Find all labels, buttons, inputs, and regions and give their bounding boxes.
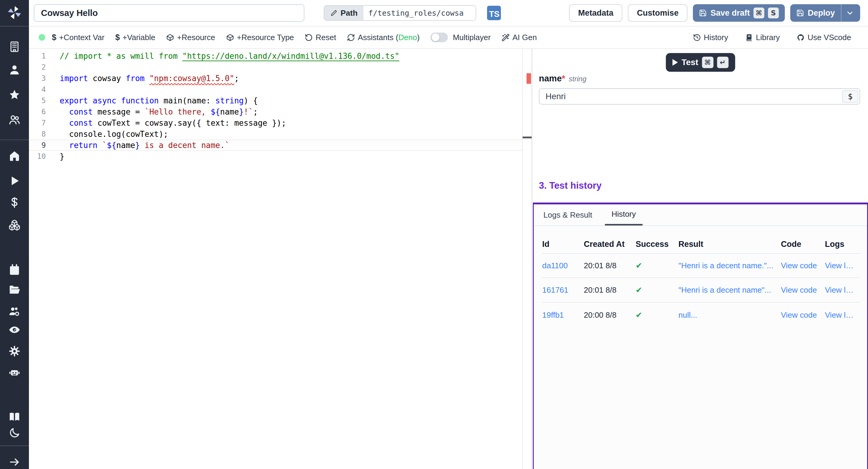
path-button[interactable]: Path <box>324 6 364 20</box>
variable-picker-button[interactable]: $ <box>842 90 858 103</box>
code-line[interactable]: 7 const cowText = cowsay.say({ text: mes… <box>29 117 522 128</box>
view-code-link[interactable]: View code <box>781 261 825 270</box>
success-check-icon: ✔ <box>636 261 678 270</box>
col-logs: Logs <box>825 240 860 249</box>
sidebar-item-home[interactable] <box>8 150 21 162</box>
folder-open-icon <box>8 284 21 296</box>
sidebar-item-audit[interactable] <box>8 324 21 336</box>
created-at-value: 20:01 8/8 <box>584 261 636 270</box>
test-label: Test <box>681 58 698 67</box>
sidebar-item-user[interactable] <box>8 64 21 76</box>
deploy-button[interactable]: Deploy <box>790 4 860 22</box>
history-table-header: Id Created At Success Result Code Logs <box>542 235 860 253</box>
sidebar-item-theme[interactable] <box>8 427 21 439</box>
refresh-icon <box>347 33 355 41</box>
code-line[interactable]: 8 console.log(cowText); <box>29 128 522 139</box>
argument-value-input[interactable] <box>539 88 860 104</box>
code-line[interactable]: 9 return `${name} is a decent name.` <box>29 139 522 151</box>
multiplayer-toggle[interactable] <box>430 33 448 42</box>
code-editor[interactable]: 1// import * as wmill from "https://deno… <box>29 49 532 469</box>
sidebar-item-runs[interactable] <box>8 175 21 187</box>
editor-overview-ruler[interactable] <box>522 49 532 469</box>
view-logs-link[interactable]: View logs <box>825 261 860 270</box>
code-line[interactable]: 1// import * as wmill from "https://deno… <box>29 50 522 61</box>
reset-button[interactable]: Reset <box>305 33 336 42</box>
code-line[interactable]: 10} <box>29 151 522 162</box>
tab-history[interactable]: History <box>605 205 643 225</box>
test-history-panel: Logs & Result History Id Created At Succ… <box>533 202 868 469</box>
customise-button[interactable]: Customise <box>628 4 687 22</box>
history-row: 19ffb120:00 8/8✔null...View codeView log… <box>542 303 860 327</box>
result-link[interactable]: "Henri is a decent name"... <box>678 285 781 295</box>
result-link[interactable]: "Henri is a decent name."... <box>678 261 781 270</box>
code-line[interactable]: 3import cowsay from "npm:cowsay@1.5.0"; <box>29 73 522 84</box>
save-draft-label: Save draft <box>710 8 750 18</box>
save-icon <box>699 9 707 17</box>
cmd-key-badge: ⌘ <box>702 57 713 68</box>
header-actions: Metadata Customise Save draft ⌘ S Deploy <box>569 4 860 22</box>
path-value-input[interactable] <box>364 6 475 20</box>
sidebar-item-resources[interactable] <box>8 219 21 231</box>
chevron-down-icon[interactable] <box>846 9 854 17</box>
code-line[interactable]: 2 <box>29 61 522 73</box>
windmill-logo[interactable] <box>7 5 22 21</box>
gear-icon <box>8 345 21 357</box>
sidebar-item-ai[interactable] <box>8 366 21 378</box>
reset-label: Reset <box>315 33 336 42</box>
view-code-link[interactable]: View code <box>781 285 825 295</box>
sidebar-item-variables[interactable] <box>8 196 21 209</box>
result-link[interactable]: null... <box>678 310 781 320</box>
assistants-label: Assistants (Deno) <box>358 33 420 42</box>
history-tabs: Logs & Result History <box>534 205 867 226</box>
run-panel: Test ⌘ ↵ name* string $ 3. Test history … <box>533 49 868 469</box>
toolbar-right: History Library Use VScode <box>693 33 851 42</box>
save-draft-button[interactable]: Save draft ⌘ S <box>693 4 785 22</box>
add-resource-type-button[interactable]: +Resource Type <box>226 33 294 42</box>
sidebar-item-favorites[interactable] <box>8 89 21 101</box>
add-resource-label: +Resource <box>177 33 215 42</box>
history-button[interactable]: History <box>693 33 728 42</box>
history-label: History <box>704 33 728 42</box>
line-number: 2 <box>29 63 46 71</box>
run-id-link[interactable]: 161761 <box>542 285 584 295</box>
add-resource-button[interactable]: +Resource <box>166 33 215 42</box>
sidebar-collapse-toggle[interactable] <box>8 456 21 468</box>
code-lines[interactable]: 1// import * as wmill from "https://deno… <box>29 49 522 162</box>
code-line[interactable]: 4 <box>29 84 522 95</box>
sidebar-item-folders[interactable] <box>8 284 21 296</box>
use-vscode-button[interactable]: Use VScode <box>797 33 851 42</box>
assistants-button[interactable]: Assistants (Deno) <box>347 33 420 42</box>
view-logs-link[interactable]: View logs <box>825 285 860 295</box>
sidebar-item-workers[interactable] <box>8 305 21 317</box>
run-id-link[interactable]: 19ffb1 <box>542 310 584 320</box>
sidebar-item-workspace[interactable] <box>8 41 21 53</box>
toggle-knob <box>432 33 439 41</box>
code-line[interactable]: 5export async function main(name: string… <box>29 95 522 106</box>
view-logs-link[interactable]: View logs <box>825 310 860 320</box>
deno-label: Deno <box>398 33 417 42</box>
test-button[interactable]: Test ⌘ ↵ <box>666 53 735 72</box>
add-context-var-button[interactable]: $ +Context Var <box>52 33 104 42</box>
top-header: Path TS Metadata Customise Save draft ⌘ … <box>29 0 868 27</box>
col-created-at: Created At <box>584 240 636 249</box>
metadata-button[interactable]: Metadata <box>569 4 622 22</box>
sidebar-item-groups[interactable] <box>8 114 21 126</box>
play-icon <box>8 175 21 187</box>
created-at-value: 20:00 8/8 <box>584 310 636 320</box>
test-history-heading: 3. Test history <box>539 180 601 191</box>
line-number: 8 <box>29 130 46 138</box>
sidebar-item-settings[interactable] <box>8 345 21 357</box>
library-button[interactable]: Library <box>745 33 780 42</box>
sidebar-item-docs[interactable] <box>8 411 21 423</box>
github-icon <box>797 33 805 41</box>
ai-gen-button[interactable]: AI Gen <box>501 33 537 42</box>
tab-logs-result[interactable]: Logs & Result <box>537 205 599 225</box>
run-id-link[interactable]: da1100 <box>542 261 584 270</box>
history-row: da110020:01 8/8✔"Henri is a decent name.… <box>542 253 860 278</box>
add-variable-button[interactable]: $ +Variable <box>116 33 156 42</box>
sidebar-item-schedules[interactable] <box>8 264 21 276</box>
view-code-link[interactable]: View code <box>781 310 825 320</box>
line-number: 6 <box>29 107 46 116</box>
code-line[interactable]: 6 const message = `Hello there, ${name}!… <box>29 106 522 117</box>
script-title-input[interactable] <box>34 4 304 22</box>
